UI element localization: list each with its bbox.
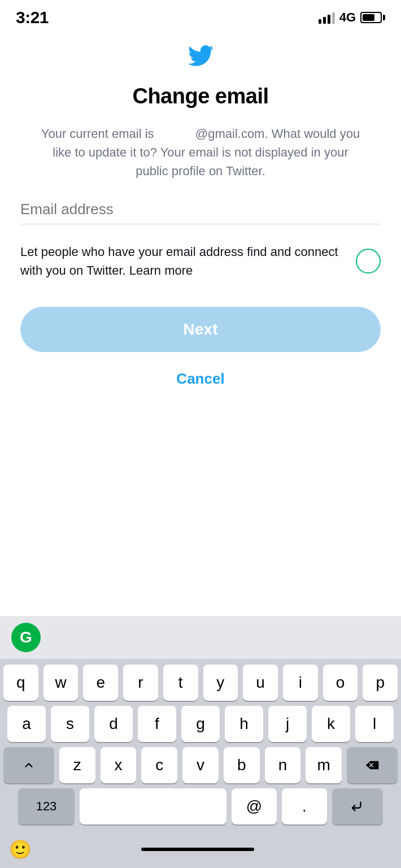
status-icons: 4G <box>319 10 385 25</box>
grammarly-icon[interactable]: G <box>11 623 41 652</box>
keyboard-row-4: 123 @ . <box>3 788 398 824</box>
key-return[interactable] <box>332 788 383 824</box>
key-p[interactable]: p <box>363 665 398 701</box>
email-input[interactable] <box>20 201 381 218</box>
toggle-row: Let people who have your email address f… <box>20 242 381 280</box>
keyboard-area: G q w e r t y u i o p a s d f g h j k l <box>0 616 401 868</box>
key-k[interactable]: k <box>312 706 350 742</box>
email-discoverable-toggle[interactable] <box>356 249 381 274</box>
key-r[interactable]: r <box>123 665 158 701</box>
twitter-bird-icon <box>185 43 216 68</box>
key-e[interactable]: e <box>83 665 118 701</box>
key-z[interactable]: z <box>59 747 95 783</box>
toggle-text: Let people who have your email address f… <box>20 242 356 280</box>
key-h[interactable]: h <box>225 706 263 742</box>
key-t[interactable]: t <box>163 665 198 701</box>
key-at[interactable]: @ <box>232 788 277 824</box>
key-s[interactable]: s <box>51 706 89 742</box>
status-time: 3:21 <box>16 8 49 27</box>
key-n[interactable]: n <box>265 747 301 783</box>
key-g[interactable]: g <box>181 706 220 742</box>
key-v[interactable]: v <box>182 747 219 783</box>
main-content: Change email Your current email is @gmai… <box>0 32 401 405</box>
key-y[interactable]: y <box>203 665 238 701</box>
key-q[interactable]: q <box>3 665 38 701</box>
key-f[interactable]: f <box>138 706 176 742</box>
network-label: 4G <box>339 10 356 25</box>
keyboard-row-2: a s d f g h j k l <box>3 706 398 742</box>
key-c[interactable]: c <box>141 747 177 783</box>
key-o[interactable]: o <box>323 665 358 701</box>
twitter-logo <box>185 43 216 71</box>
key-a[interactable]: a <box>7 706 46 742</box>
keyboard: q w e r t y u i o p a s d f g h j k l <box>0 659 401 833</box>
keyboard-row-1: q w e r t y u i o p <box>3 665 398 701</box>
key-l[interactable]: l <box>355 706 394 742</box>
key-i[interactable]: i <box>283 665 318 701</box>
email-input-container[interactable] <box>20 201 381 224</box>
description-text: Your current email is @gmail.com. What w… <box>37 124 364 180</box>
cancel-button[interactable]: Cancel <box>176 370 224 388</box>
signal-icon <box>319 11 335 24</box>
battery-icon <box>360 12 385 23</box>
key-space[interactable] <box>80 788 226 824</box>
key-j[interactable]: j <box>268 706 307 742</box>
home-indicator <box>141 848 254 851</box>
key-d[interactable]: d <box>94 706 133 742</box>
key-m[interactable]: m <box>306 747 342 783</box>
status-bar: 3:21 4G <box>0 0 401 32</box>
key-w[interactable]: w <box>43 665 79 701</box>
key-backspace[interactable] <box>347 747 398 783</box>
page-title: Change email <box>132 84 268 108</box>
keyboard-row-3: z x c v b n m <box>3 747 398 783</box>
key-shift[interactable] <box>3 747 54 783</box>
key-dot[interactable]: . <box>282 788 327 824</box>
key-u[interactable]: u <box>243 665 278 701</box>
key-b[interactable]: b <box>224 747 260 783</box>
next-button[interactable]: Next <box>20 307 381 352</box>
emoji-key[interactable]: 🙂 <box>9 839 32 860</box>
keyboard-bottom-row: 🙂 <box>0 833 401 868</box>
key-x[interactable]: x <box>101 747 137 783</box>
grammarly-row: G <box>0 616 401 659</box>
key-123[interactable]: 123 <box>18 788 75 824</box>
